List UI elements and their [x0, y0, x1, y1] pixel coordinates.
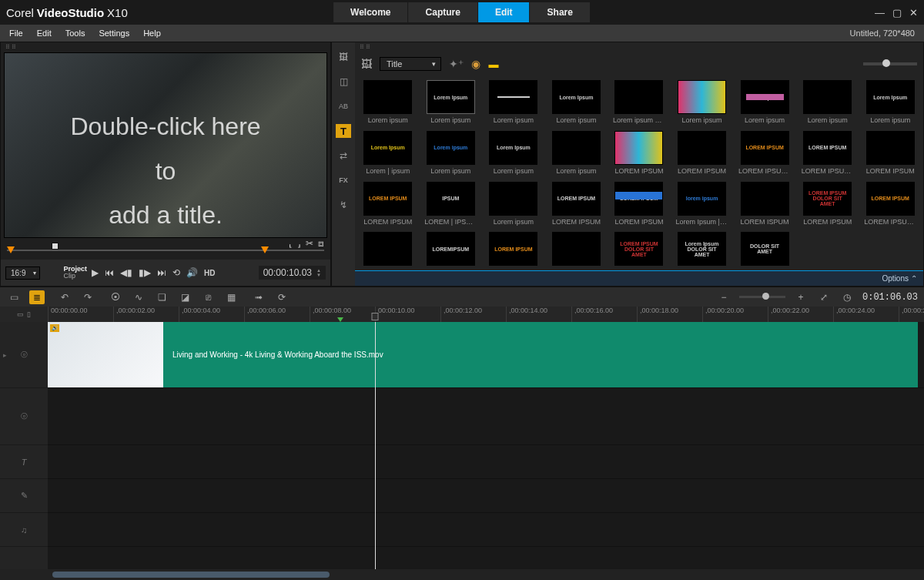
dock-grip[interactable]: ⠿⠿ — [1, 42, 330, 52]
minimize-icon[interactable]: — — [875, 7, 885, 18]
rail-filters[interactable] — [336, 173, 351, 187]
library-item[interactable]: Lorem IpsumLorem ipsum — [421, 80, 481, 126]
track-title[interactable] — [48, 445, 924, 479]
clock-icon[interactable] — [839, 290, 855, 304]
mark-in-handle[interactable] — [7, 246, 15, 253]
hd-toggle[interactable]: HD — [204, 269, 215, 277]
library-item[interactable]: Lorem ipsum — [484, 182, 544, 228]
scissors-icon[interactable]: ✂ — [306, 238, 313, 249]
track-overlay[interactable] — [48, 388, 924, 445]
library-item[interactable]: Lorem ipsum — [798, 80, 858, 126]
title-placeholder[interactable]: Double-click here to add a title. — [5, 105, 326, 238]
gutter-title[interactable] — [0, 445, 48, 479]
library-item[interactable]: LOREM IPSUMLOREM IPSUM — [609, 182, 669, 228]
favorites-filter-icon[interactable]: ▬ — [488, 59, 498, 70]
play-icon[interactable]: ▶ — [92, 267, 99, 278]
step-back-icon[interactable]: ◀▮ — [120, 267, 132, 278]
library-options-toggle[interactable]: Options⌃ — [355, 270, 923, 286]
menu-help[interactable]: Help — [143, 28, 161, 38]
track-voice[interactable] — [48, 479, 924, 513]
snapshot-icon[interactable]: ⧈ — [318, 238, 324, 249]
library-category-dropdown[interactable]: Title — [380, 57, 441, 71]
video-clip[interactable]: 🔊 Living and Working - 4k Living & Worki… — [48, 322, 918, 387]
multi-cam-icon[interactable] — [223, 290, 239, 304]
go-start-icon[interactable]: ⏮ — [105, 267, 114, 278]
library-item[interactable]: lorem ipsumLorem Ipsum | dolor s… — [672, 182, 732, 228]
gutter-video[interactable]: ▸ — [0, 322, 48, 388]
ruler-mode-a-icon[interactable]: ▭ — [17, 310, 24, 318]
maximize-icon[interactable]: ▢ — [892, 7, 902, 18]
library-item[interactable]: LOREM IPSUM — [672, 131, 732, 177]
gutter-voice[interactable] — [0, 479, 48, 513]
library-item[interactable]: LOREMIPSUM — [421, 232, 481, 270]
rail-media[interactable] — [336, 50, 351, 64]
library-item[interactable]: Lorem ipsumLorem ipsum — [421, 131, 481, 177]
close-icon[interactable]: ✕ — [909, 7, 918, 18]
mark-in-icon[interactable]: ⸤ — [289, 238, 293, 249]
sound-mixer-icon[interactable] — [131, 290, 146, 304]
thumbnail-size-slider[interactable] — [863, 62, 917, 65]
library-item[interactable] — [547, 232, 607, 270]
library-item[interactable]: LOREM IPSUM — [860, 131, 920, 177]
gallery-toggle-icon[interactable]: 🖽 — [361, 58, 372, 70]
clip-audio-icon[interactable]: 🔊 — [50, 324, 59, 332]
gutter-overlay[interactable] — [0, 388, 48, 445]
rail-transitions[interactable] — [336, 99, 351, 113]
library-item[interactable] — [358, 232, 418, 270]
library-item[interactable]: LOREM IPSUM DOLOR SIT AMETLOREM IPSUM — [798, 182, 858, 228]
step-fwd-icon[interactable]: ▮▶ — [139, 267, 151, 278]
track-area[interactable]: 🔊 Living and Working - 4k Living & Worki… — [48, 322, 924, 569]
mark-out-icon[interactable]: ⸥ — [297, 238, 301, 249]
track-video[interactable]: 🔊 Living and Working - 4k Living & Worki… — [48, 322, 924, 388]
track-music[interactable] — [48, 513, 924, 547]
go-end-icon[interactable]: ⏭ — [157, 267, 166, 278]
library-item[interactable]: Lorem ipsum dolor sit… — [609, 80, 669, 126]
track-motion-icon[interactable] — [177, 290, 192, 304]
aspect-ratio-dropdown[interactable]: 16:9 — [5, 267, 40, 280]
preview-timecode[interactable]: 00:00:10.03 ▲▼ — [259, 266, 326, 280]
time-ruler[interactable]: 00:00:00.00,00:00:02.00,00:00:04.00,00:0… — [48, 307, 924, 322]
library-item[interactable]: Lorem Ipsum DOLOR SIT AMET — [672, 232, 732, 270]
timeline-scrollbar[interactable] — [0, 569, 924, 580]
library-item[interactable]: Lorem ipsum — [358, 80, 418, 126]
motion-icon[interactable] — [251, 290, 266, 304]
zoom-in-icon[interactable] — [793, 290, 808, 304]
tab-capture[interactable]: Capture — [409, 2, 478, 22]
timeline-view-button[interactable] — [29, 290, 45, 304]
loop-icon[interactable] — [274, 290, 290, 304]
menu-settings[interactable]: Settings — [99, 28, 129, 38]
mark-out-handle[interactable] — [261, 246, 269, 253]
library-item[interactable]: Lorem IpsumLorem | ipsum — [358, 131, 418, 177]
favorite-add-icon[interactable]: ✦⁺ — [449, 58, 464, 70]
library-item[interactable]: LOREM ISPUM — [735, 182, 795, 228]
playhead-line[interactable] — [375, 322, 376, 569]
rail-graphics[interactable] — [336, 149, 351, 163]
library-item[interactable]: Lorem IpsumLorem ipsum — [860, 80, 920, 126]
library-item[interactable]: Lorem IpsumLorem ipsum — [484, 131, 544, 177]
library-item[interactable]: DOLOR SIT AMET — [735, 232, 795, 270]
library-item[interactable]: LOREM IPSUMLOREM IPSUM | DO… — [735, 131, 795, 177]
redo-icon[interactable] — [80, 290, 95, 304]
volume-icon[interactable]: 🔊 — [186, 267, 198, 278]
zoom-slider[interactable] — [739, 296, 785, 298]
library-item[interactable]: LOREM IPSUMLOREM IPSUM | DO… — [798, 131, 858, 177]
scrub-playhead[interactable] — [52, 243, 59, 250]
preview-scrubber[interactable]: ⸤ ⸥ ✂ ⧈ — [7, 241, 324, 260]
library-item[interactable]: Lorem IpsumLorem ipsum — [547, 80, 607, 126]
repeat-icon[interactable]: ⟲ — [172, 267, 180, 278]
multi-trim-icon[interactable] — [154, 290, 169, 304]
library-item[interactable]: IpsumLOREM IPSUM — [609, 131, 669, 177]
library-item[interactable]: LOREM IPSUM — [484, 232, 544, 270]
rail-motion-path[interactable] — [336, 198, 351, 212]
menu-tools[interactable]: Tools — [65, 28, 85, 38]
library-item[interactable]: LOREM IPSUMLOREM IPSUM | DO… — [860, 182, 920, 228]
tab-edit[interactable]: Edit — [478, 2, 531, 22]
record-icon[interactable] — [108, 290, 123, 304]
library-item[interactable]: LOREMIPSUMLorem ipsum — [672, 80, 732, 126]
menu-file[interactable]: File — [9, 28, 23, 38]
fit-icon[interactable] — [816, 290, 832, 304]
library-item[interactable]: LOREM IPSUMLOREM IPSUM — [358, 182, 418, 228]
library-item[interactable]: LOREM IPSUM DOLOR SIT AMET — [609, 232, 669, 270]
library-item[interactable]: IPSUMLOREM | IPSUM | LO… — [421, 182, 481, 228]
subtitle-icon[interactable] — [200, 290, 216, 304]
